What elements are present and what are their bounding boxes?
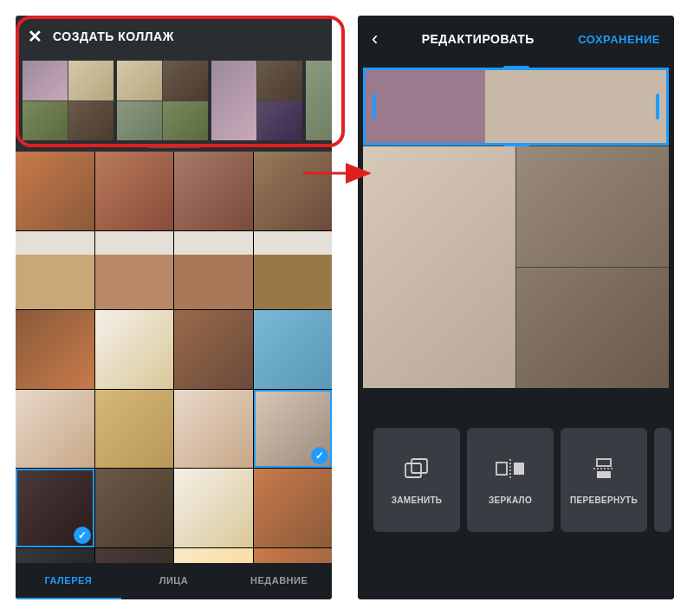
collage-preview-area bbox=[358, 62, 674, 393]
replace-button[interactable]: ЗАМЕНИТЬ bbox=[373, 428, 460, 532]
back-icon[interactable]: ‹ bbox=[372, 28, 378, 50]
gallery-thumb[interactable] bbox=[16, 231, 94, 310]
gallery-thumb[interactable] bbox=[254, 310, 333, 389]
flip-icon bbox=[588, 456, 619, 482]
close-icon[interactable]: ✕ bbox=[28, 26, 42, 47]
flip-button[interactable]: ПЕРЕВЕРНУТЬ bbox=[561, 428, 647, 532]
collage-template[interactable] bbox=[211, 61, 302, 140]
gallery-thumb[interactable] bbox=[16, 390, 94, 469]
gallery-thumb[interactable] bbox=[95, 152, 174, 230]
gallery-thumb[interactable] bbox=[16, 310, 94, 389]
gallery-thumb[interactable] bbox=[95, 231, 174, 310]
replace-icon bbox=[401, 456, 432, 482]
collage-template[interactable] bbox=[306, 61, 332, 140]
svg-rect-2 bbox=[405, 463, 421, 477]
templates-strip[interactable] bbox=[16, 57, 332, 152]
collage-template[interactable] bbox=[117, 61, 208, 140]
edit-header: ‹ РЕДАКТИРОВАТЬ СОХРАНЕНИЕ bbox=[358, 16, 674, 62]
gallery-thumb[interactable] bbox=[16, 548, 94, 564]
collage-template[interactable] bbox=[23, 61, 113, 140]
create-title: СОЗДАТЬ КОЛЛАЖ bbox=[53, 29, 174, 43]
edit-collage-screen: ‹ РЕДАКТИРОВАТЬ СОХРАНЕНИЕ bbox=[358, 16, 674, 599]
svg-rect-3 bbox=[412, 459, 427, 473]
gallery-grid: ✓ ✓ bbox=[16, 152, 332, 563]
tab-faces[interactable]: ЛИЦА bbox=[121, 563, 227, 599]
gallery-thumb[interactable] bbox=[16, 152, 94, 230]
gallery-thumb[interactable]: ✓ bbox=[16, 469, 94, 547]
tab-recent[interactable]: НЕДАВНИЕ bbox=[226, 563, 332, 599]
svg-rect-7 bbox=[597, 459, 611, 466]
gallery-thumb[interactable] bbox=[95, 390, 174, 469]
bottom-tabs: ГАЛЕРЕЯ ЛИЦА НЕДАВНИЕ bbox=[16, 563, 332, 599]
svg-rect-4 bbox=[496, 463, 507, 475]
check-icon: ✓ bbox=[311, 447, 328, 464]
gallery-thumb[interactable] bbox=[174, 469, 253, 547]
drag-handle[interactable] bbox=[148, 146, 200, 148]
collage-cell[interactable] bbox=[516, 146, 669, 267]
gallery-thumb[interactable] bbox=[254, 152, 333, 230]
gallery-thumb[interactable] bbox=[174, 548, 253, 564]
next-tool-button[interactable] bbox=[654, 428, 671, 532]
svg-rect-8 bbox=[597, 471, 611, 478]
tool-label: ПЕРЕВЕРНУТЬ bbox=[570, 495, 638, 505]
gallery-thumb[interactable] bbox=[174, 310, 253, 389]
create-header: ✕ СОЗДАТЬ КОЛЛАЖ bbox=[16, 16, 332, 57]
gallery-thumb[interactable] bbox=[95, 310, 174, 389]
collage-cell[interactable] bbox=[516, 268, 669, 388]
svg-rect-5 bbox=[514, 463, 524, 475]
gallery-thumb[interactable] bbox=[174, 390, 253, 469]
check-icon: ✓ bbox=[74, 527, 91, 544]
tool-label: ЗАМЕНИТЬ bbox=[392, 495, 443, 505]
resize-handle[interactable] bbox=[656, 94, 659, 120]
save-button[interactable]: СОХРАНЕНИЕ bbox=[578, 33, 660, 46]
gallery-thumb[interactable] bbox=[174, 152, 253, 230]
tab-gallery[interactable]: ГАЛЕРЕЯ bbox=[16, 563, 121, 599]
gallery-thumb[interactable]: ✓ bbox=[254, 390, 333, 469]
gallery-thumb[interactable] bbox=[174, 231, 253, 310]
create-collage-screen: ✕ СОЗДАТЬ КОЛЛАЖ bbox=[16, 16, 332, 599]
collage-cell-selected[interactable] bbox=[363, 68, 669, 146]
collage-cell[interactable] bbox=[363, 146, 515, 388]
resize-handle[interactable] bbox=[373, 94, 376, 120]
gallery-thumb[interactable] bbox=[95, 548, 174, 564]
edit-title: РЕДАКТИРОВАТЬ bbox=[422, 32, 535, 46]
tools-row: ЗАМЕНИТЬ ЗЕРКАЛО bbox=[358, 393, 674, 599]
gallery-thumb[interactable] bbox=[95, 469, 174, 547]
gallery-thumb[interactable] bbox=[254, 548, 333, 564]
gallery-thumb[interactable] bbox=[254, 231, 333, 310]
collage-preview[interactable] bbox=[363, 68, 669, 388]
mirror-button[interactable]: ЗЕРКАЛО bbox=[467, 428, 554, 532]
tool-label: ЗЕРКАЛО bbox=[489, 495, 532, 505]
resize-handle[interactable] bbox=[503, 66, 529, 69]
gallery-thumb[interactable] bbox=[254, 469, 333, 547]
mirror-icon bbox=[495, 456, 526, 482]
